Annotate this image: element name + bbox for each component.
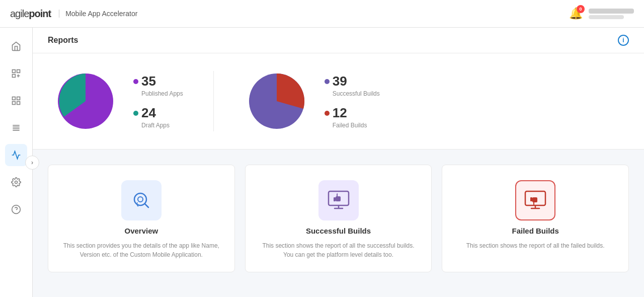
builds-legend: 39 Successful Builds 12 Failed Builds (325, 73, 380, 129)
failed-builds-legend: 12 Failed Builds (325, 105, 380, 129)
builds-pie-chart (244, 68, 309, 134)
draft-apps-legend: 24 Draft Apps (133, 105, 183, 129)
svg-rect-7 (13, 102, 16, 105)
published-apps-legend: 35 Published Apps (133, 73, 183, 97)
charts-row: 35 Published Apps 24 Draft Apps (33, 53, 644, 150)
draft-count: 24 (141, 105, 156, 121)
successful-builds-legend: 39 Successful Builds (325, 73, 380, 97)
app-title: Mobile App Accelerator (59, 10, 137, 18)
successful-builds-desc: This section shows the report of all the… (258, 241, 419, 259)
failed-builds-icon (523, 189, 547, 211)
failed-dot (325, 111, 330, 116)
svg-rect-5 (13, 97, 16, 100)
user-name-bar (589, 9, 634, 14)
successful-builds-icon (327, 189, 351, 211)
reports-header: Reports i (33, 28, 644, 53)
apps-legend: 35 Published Apps 24 Draft Apps (133, 73, 183, 129)
sidebar-item-list[interactable] (5, 117, 27, 139)
failed-count: 12 (333, 105, 347, 121)
published-label: Published Apps (141, 90, 183, 97)
svg-rect-22 (334, 197, 336, 201)
chart-separator (213, 71, 214, 131)
sidebar-item-reports[interactable] (5, 144, 27, 166)
notification-bell[interactable]: 🔔 0 (569, 7, 583, 20)
svg-rect-6 (17, 97, 20, 100)
published-count: 35 (141, 73, 156, 89)
sidebar-item-grid[interactable] (5, 90, 27, 112)
failed-builds-desc: This section shows the report of all the… (466, 241, 605, 250)
content-area: Reports i (33, 28, 644, 297)
sidebar-item-add-widget[interactable] (5, 62, 27, 85)
overview-title: Overview (124, 227, 158, 235)
published-dot (133, 79, 138, 84)
svg-point-13 (15, 181, 18, 184)
notification-badge: 0 (577, 5, 585, 13)
successful-builds-card[interactable]: Successful Builds This section shows the… (245, 165, 432, 272)
logo-area: agilepoint Mobile App Accelerator (10, 8, 137, 20)
header-right: 🔔 0 (569, 7, 634, 20)
sidebar: › (0, 28, 33, 297)
logo: agilepoint (10, 8, 51, 20)
svg-rect-0 (13, 70, 16, 73)
successful-label: Successful Builds (333, 90, 380, 97)
overview-desc: This section provides you the details of… (61, 241, 222, 259)
successful-count: 39 (333, 73, 347, 89)
failed-icon-wrap (515, 180, 555, 220)
svg-rect-2 (13, 75, 16, 78)
svg-line-20 (145, 204, 148, 207)
svg-rect-8 (17, 102, 20, 105)
sidebar-item-home[interactable] (5, 35, 27, 57)
overview-icon (130, 189, 152, 211)
successful-builds-title: Successful Builds (306, 227, 371, 235)
apps-chart-block: 35 Published Apps 24 Draft Apps (53, 68, 183, 134)
builds-chart-block: 39 Successful Builds 12 Failed Builds (244, 68, 380, 134)
draft-label: Draft Apps (141, 122, 183, 129)
user-role-bar (589, 15, 624, 19)
apps-pie-chart (53, 68, 118, 134)
reports-title: Reports (48, 36, 78, 45)
info-icon[interactable]: i (618, 35, 629, 46)
user-info (589, 9, 634, 19)
overview-card[interactable]: Overview This section provides you the d… (48, 165, 235, 272)
sidebar-item-help[interactable] (5, 198, 27, 220)
failed-builds-title: Failed Builds (512, 227, 559, 235)
header: agilepoint Mobile App Accelerator 🔔 0 (0, 0, 644, 28)
draft-dot (133, 111, 138, 116)
failed-builds-card[interactable]: Failed Builds This section shows the rep… (442, 165, 629, 272)
main-layout: › Reports i (0, 28, 644, 297)
successful-icon-wrap (318, 180, 359, 220)
failed-label: Failed Builds (333, 122, 380, 129)
svg-rect-26 (530, 197, 532, 201)
overview-icon-wrap (121, 180, 162, 220)
successful-dot (325, 79, 330, 84)
svg-point-19 (138, 197, 143, 202)
sidebar-item-settings[interactable] (5, 171, 27, 193)
svg-rect-1 (17, 70, 20, 73)
cards-row: Overview This section provides you the d… (33, 150, 644, 287)
sidebar-collapse-button[interactable]: › (25, 156, 39, 170)
